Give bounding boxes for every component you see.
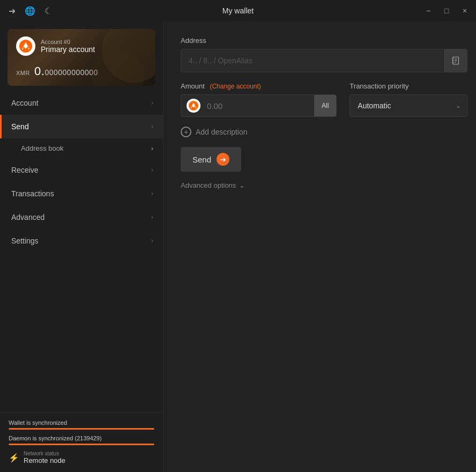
- amount-priority-row: Amount (Change account) All Transaction …: [181, 82, 467, 117]
- balance-integer: 0.: [34, 64, 44, 78]
- address-book-label: Address book: [21, 144, 64, 152]
- main-layout: Account #0 Primary account XMR 0.0000000…: [0, 21, 476, 472]
- chevron-right-icon: ›: [151, 190, 153, 197]
- wallet-sync-label: Wallet is synchronized: [9, 419, 154, 426]
- svg-rect-6: [452, 60, 453, 61]
- titlebar: ➜ 🌐 ☾ My wallet − □ ×: [0, 0, 476, 21]
- network-status: ⚡ Network status Remote node: [9, 451, 154, 464]
- arrow-icon[interactable]: ➜: [6, 5, 17, 16]
- sidebar-item-advanced[interactable]: Advanced ›: [0, 205, 163, 229]
- currency-label: XMR: [16, 70, 30, 76]
- add-description-row[interactable]: + Add description: [181, 127, 467, 137]
- balance-decimal: 000000000000: [44, 68, 98, 77]
- add-description-label: Add description: [196, 128, 248, 136]
- monero-logo-small: [187, 99, 200, 113]
- amount-section: Amount (Change account) All: [181, 82, 337, 117]
- moon-icon[interactable]: ☾: [43, 5, 54, 16]
- svg-rect-5: [452, 58, 453, 60]
- account-balance: XMR 0.000000000000: [16, 64, 147, 78]
- window-title: My wallet: [222, 6, 254, 15]
- sidebar-item-settings[interactable]: Settings ›: [0, 229, 163, 253]
- amount-label: Amount (Change account): [181, 82, 337, 90]
- chevron-down-icon: ⌄: [239, 181, 245, 189]
- send-label: Send: [11, 122, 29, 131]
- svg-rect-7: [452, 62, 453, 63]
- advanced-options-label: Advanced options: [181, 181, 236, 189]
- plus-circle-icon: +: [181, 127, 191, 137]
- sidebar-footer: Wallet is synchronized Daemon is synchro…: [0, 412, 163, 472]
- sidebar-item-transactions[interactable]: Transactions ›: [0, 182, 163, 205]
- send-button[interactable]: Send ➔: [181, 147, 241, 172]
- minimize-button[interactable]: −: [423, 6, 433, 16]
- chevron-right-icon: ›: [151, 99, 153, 107]
- chevron-right-icon: ›: [151, 213, 153, 221]
- titlebar-left: ➜ 🌐 ☾: [6, 5, 54, 16]
- settings-label: Settings: [11, 237, 39, 245]
- account-card: Account #0 Primary account XMR 0.0000000…: [8, 29, 155, 86]
- receive-label: Receive: [11, 166, 39, 174]
- network-status-label: Network status: [24, 451, 65, 456]
- priority-label: Transaction priority: [349, 82, 467, 90]
- sidebar-item-receive[interactable]: Receive ›: [0, 158, 163, 182]
- amount-input-wrapper: All: [181, 94, 337, 117]
- lightning-icon: ⚡: [9, 453, 19, 463]
- advanced-label: Advanced: [11, 213, 44, 222]
- sidebar-item-account[interactable]: Account ›: [0, 91, 163, 115]
- wallet-sync-fill: [9, 428, 154, 430]
- chevron-right-icon: ›: [151, 166, 153, 174]
- sidebar-item-address-book[interactable]: Address book ›: [0, 138, 163, 158]
- close-button[interactable]: ×: [460, 6, 470, 16]
- daemon-sync-label: Daemon is synchronized (2139429): [9, 435, 154, 441]
- wallet-sync-bar: [9, 428, 154, 430]
- advanced-options-toggle[interactable]: Advanced options ⌄: [181, 181, 467, 189]
- daemon-sync-fill: [9, 444, 154, 445]
- network-value: Remote node: [24, 456, 65, 464]
- account-label: Account: [11, 99, 39, 107]
- priority-wrapper: Automatic Unimportant Normal Elevated Pr…: [349, 94, 467, 117]
- globe-icon[interactable]: 🌐: [25, 5, 35, 16]
- daemon-sync-bar: [9, 444, 154, 445]
- all-button[interactable]: All: [314, 95, 336, 116]
- change-account-link[interactable]: (Change account): [210, 83, 261, 90]
- transactions-label: Transactions: [11, 189, 54, 198]
- monero-logo: [16, 36, 35, 56]
- priority-section: Transaction priority Automatic Unimporta…: [349, 82, 467, 117]
- address-input-wrapper: [181, 49, 467, 72]
- address-field-section: Address: [181, 36, 467, 72]
- sidebar-item-send[interactable]: Send ›: [0, 115, 163, 138]
- send-button-label: Send: [192, 155, 211, 164]
- account-name: Primary account: [41, 45, 95, 54]
- content-area: Address: [163, 21, 476, 472]
- chevron-right-icon: ›: [151, 144, 153, 152]
- address-book-button[interactable]: [444, 49, 467, 72]
- sidebar: Account #0 Primary account XMR 0.0000000…: [0, 21, 163, 472]
- amount-input[interactable]: [202, 101, 314, 110]
- maximize-button[interactable]: □: [442, 6, 451, 16]
- network-info: Network status Remote node: [24, 451, 65, 464]
- account-info: Account #0 Primary account: [41, 39, 95, 54]
- address-label: Address: [181, 36, 467, 45]
- chevron-right-icon: ›: [151, 237, 153, 245]
- send-arrow-icon: ➔: [217, 153, 229, 166]
- account-header: Account #0 Primary account: [16, 36, 147, 56]
- address-input[interactable]: [181, 51, 444, 70]
- priority-select[interactable]: Automatic Unimportant Normal Elevated Pr…: [349, 94, 467, 117]
- window-controls: − □ ×: [423, 6, 470, 16]
- chevron-right-icon: ›: [151, 123, 153, 130]
- account-number: Account #0: [41, 39, 95, 45]
- nav-section: Account › Send › Address book › Receive …: [0, 91, 163, 412]
